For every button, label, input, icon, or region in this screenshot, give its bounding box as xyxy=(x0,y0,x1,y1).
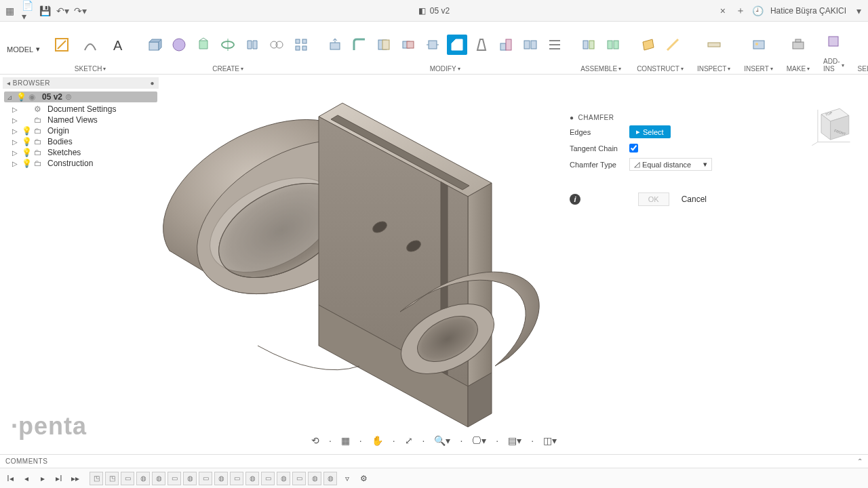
title-bar: ▦ 📄▾ 💾 ↶▾ ↷▾ ◧ 05 v2 × ＋ 🕘 Hatice Büşra … xyxy=(0,0,868,22)
fillet-icon[interactable] xyxy=(349,35,370,55)
tree-item-sketches[interactable]: ▷💡🗀Sketches xyxy=(4,147,157,158)
edges-select-button[interactable]: ▸Select xyxy=(629,125,671,138)
line-arc-icon[interactable] xyxy=(78,33,102,57)
timeline-step[interactable]: ◍ xyxy=(277,472,290,485)
undo-icon[interactable]: ↶▾ xyxy=(57,5,68,16)
orbit-icon[interactable]: ⟲ xyxy=(310,434,321,447)
ribbon-label-insert[interactable]: INSERT xyxy=(744,65,769,73)
ribbon-label-construct[interactable]: CONSTRUCT xyxy=(637,65,679,73)
save-icon[interactable]: 💾 xyxy=(39,5,50,16)
user-menu-caret-icon[interactable]: ▾ xyxy=(853,5,864,16)
tree-item-construction[interactable]: ▷💡🗀Construction xyxy=(4,158,157,169)
as-built-joint-icon[interactable] xyxy=(603,35,623,55)
ribbon-group-select: SELECT▾ xyxy=(854,24,868,74)
app-grid-icon[interactable]: ▦ xyxy=(4,5,15,16)
shell-icon[interactable] xyxy=(374,35,394,55)
look-at-icon[interactable]: ▦ xyxy=(340,434,351,447)
timeline-step[interactable]: ▭ xyxy=(121,472,134,485)
display-settings-icon[interactable]: 🖵▾ xyxy=(471,434,488,447)
fit-icon[interactable]: 🔍▾ xyxy=(433,434,452,447)
timeline-step[interactable]: ◍ xyxy=(183,472,197,485)
timeline-step[interactable]: ◍ xyxy=(245,472,259,485)
viewport-layout-icon[interactable]: ◫▾ xyxy=(542,434,558,447)
cancel-button[interactable]: Cancel xyxy=(676,192,712,206)
notifications-icon[interactable]: 🕘 xyxy=(753,5,764,16)
svg-rect-30 xyxy=(829,37,838,46)
timeline-settings-icon[interactable]: ⚙ xyxy=(357,472,370,485)
svg-rect-2 xyxy=(149,42,159,50)
timeline-step[interactable]: ◳ xyxy=(105,472,119,485)
combine-icon[interactable] xyxy=(398,35,418,55)
tree-item-document-settings[interactable]: ▷⚙Document Settings xyxy=(4,104,157,115)
extrude-icon[interactable] xyxy=(193,35,214,55)
ribbon-label-select[interactable]: SELECT xyxy=(858,65,868,73)
browser-collapse-icon[interactable]: ● xyxy=(150,79,155,87)
timeline-step[interactable]: ◍ xyxy=(308,472,321,485)
redo-icon[interactable]: ↷▾ xyxy=(75,5,85,16)
pan-icon[interactable]: ✋ xyxy=(370,434,384,447)
zoom-icon[interactable]: ⤢ xyxy=(403,434,414,447)
timeline-marker-icon[interactable]: ▿ xyxy=(341,472,353,485)
measure-icon[interactable] xyxy=(704,35,724,55)
create-sketch-icon[interactable] xyxy=(50,33,74,57)
joint-icon[interactable] xyxy=(578,35,599,55)
tree-item-origin[interactable]: ▷💡🗀Origin xyxy=(4,125,157,136)
text-icon[interactable]: A xyxy=(106,33,131,57)
timeline-step[interactable]: ▭ xyxy=(261,472,275,485)
loft-icon[interactable] xyxy=(267,35,287,55)
addins-icon[interactable] xyxy=(823,31,844,52)
tree-item-bodies[interactable]: ▷💡🗀Bodies xyxy=(4,136,157,147)
ribbon-label-sketch[interactable]: SKETCH xyxy=(75,65,102,73)
tangent-chain-checkbox[interactable] xyxy=(629,144,638,152)
ribbon-label-assemble[interactable]: ASSEMBLE xyxy=(580,65,617,73)
chamfer-type-dropdown[interactable]: ◿Equal distance ▾ xyxy=(629,158,712,171)
timeline-step[interactable]: ◍ xyxy=(214,472,228,485)
timeline-play-icon[interactable]: ▸ xyxy=(37,472,49,485)
axis-icon[interactable] xyxy=(663,35,683,55)
press-pull-icon[interactable] xyxy=(325,35,345,55)
scale-icon[interactable] xyxy=(496,35,516,55)
timeline-step[interactable]: ▭ xyxy=(230,472,243,485)
ribbon-label-make[interactable]: MAKE xyxy=(787,65,806,73)
file-menu-icon[interactable]: 📄▾ xyxy=(22,5,33,16)
ribbon-label-modify[interactable]: MODIFY xyxy=(430,65,456,73)
timeline-next-icon[interactable]: ▸I xyxy=(53,472,65,485)
timeline-step[interactable]: ▭ xyxy=(292,472,306,485)
ribbon-label-create[interactable]: CREATE xyxy=(212,65,239,73)
workspace-dropdown[interactable]: MODEL▾ xyxy=(4,24,45,54)
info-icon[interactable]: i xyxy=(570,194,580,205)
draft-icon[interactable] xyxy=(471,35,492,55)
timeline-step[interactable]: ◍ xyxy=(152,472,165,485)
move-icon[interactable] xyxy=(422,35,443,55)
timeline-start-icon[interactable]: I◂ xyxy=(4,472,16,485)
view-cube[interactable]: TOP FRONT xyxy=(810,102,856,148)
new-tab-icon[interactable]: ＋ xyxy=(735,5,746,16)
user-name[interactable]: Hatice Büşra ÇAKICI xyxy=(770,6,846,16)
grid-settings-icon[interactable]: ▤▾ xyxy=(507,434,523,447)
revolve-icon[interactable] xyxy=(218,35,238,55)
tree-item-named-views[interactable]: ▷🗀Named Views xyxy=(4,115,157,125)
plane-icon[interactable] xyxy=(638,35,658,55)
sphere-icon[interactable] xyxy=(169,35,189,55)
chamfer-icon[interactable] xyxy=(447,35,467,55)
align-icon[interactable] xyxy=(545,35,565,55)
split-icon[interactable] xyxy=(520,35,540,55)
timeline-step[interactable]: ▭ xyxy=(167,472,181,485)
timeline-step[interactable]: ◍ xyxy=(136,472,150,485)
timeline-prev-icon[interactable]: ◂ xyxy=(20,472,33,485)
close-tab-icon[interactable]: × xyxy=(717,5,728,16)
ribbon-label-addins[interactable]: ADD-INS xyxy=(823,58,840,73)
timeline-step[interactable]: ◳ xyxy=(90,472,103,485)
make-icon[interactable] xyxy=(788,35,808,55)
timeline-end-icon[interactable]: ▸▸ xyxy=(69,472,81,485)
sweep-icon[interactable] xyxy=(242,35,262,55)
tree-root[interactable]: ⊿ 💡 ◉ 05 v2 ⊚ xyxy=(4,92,157,102)
timeline-step[interactable]: ◍ xyxy=(323,472,337,485)
box-icon[interactable] xyxy=(144,35,165,55)
rib-icon[interactable] xyxy=(291,35,311,55)
insert-icon[interactable] xyxy=(749,35,769,55)
comments-expand-icon[interactable]: ⌃ xyxy=(857,458,863,465)
ribbon-label-inspect[interactable]: INSPECT xyxy=(697,65,726,73)
select-icon[interactable] xyxy=(863,35,868,55)
timeline-step[interactable]: ▭ xyxy=(199,472,212,485)
